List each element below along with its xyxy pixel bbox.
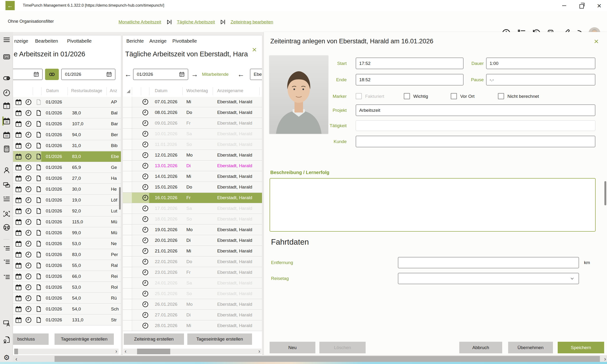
sidebar-item-punch-card[interactable] [3,53,11,61]
monthly-table-row[interactable]: 01/202692,0Lut [13,206,121,216]
sidebar-item-calendar-day[interactable] [3,102,11,110]
tab-pivottabelle[interactable]: Pivottabelle [172,38,197,44]
daily-table-row[interactable]: 23.01.2026FrEberstadt, Harald [123,267,262,278]
checkbox-nicht-berechnet[interactable] [498,93,504,99]
reisetag-dropdown[interactable] [398,273,579,284]
tab-nzeige[interactable]: nzeige [14,38,28,44]
breadcrumb-link[interactable]: Monatliche Arbeitszeit [119,19,161,25]
scrollbar-thumb[interactable] [137,349,170,354]
daily-table-row[interactable]: 11.01.2026SoEberstadt, Harald [123,139,262,150]
sidebar-item-gear[interactable]: ⚙ [3,354,11,362]
column-header-wochentag[interactable]: Wochentag [186,88,208,93]
tageseintraege-erstellen-button[interactable]: Tageseinträge erstellen [187,333,252,345]
kunde-input[interactable] [356,136,595,147]
monatsabschluss-button[interactable]: bschluss [13,333,49,345]
monthly-table-row[interactable]: 01/202694,0Ber [13,129,121,140]
monthly-table-row[interactable]: 01/202638,0Bal [13,107,121,118]
sidebar-item-filter-list[interactable] [3,245,11,253]
sidebar-item-presentation-person[interactable] [3,319,11,327]
daily-table-row[interactable]: 14.01.2026MiEberstadt, Harald [123,171,262,182]
form-close-button[interactable]: × [594,37,599,45]
daily-table-row[interactable]: 17.01.2026SaEberstadt, Harald [123,203,262,214]
tab-pivottabelle[interactable]: Pivottabelle [67,38,92,44]
sidebar-item-bullet-list[interactable] [3,195,11,203]
monthly-table-row[interactable]: 01/202665,9Ge [13,162,121,173]
monthly-table-row[interactable]: 01/202683,0Per [13,249,121,260]
monthly-table-row[interactable]: 01/202653,0Ne [13,238,121,249]
column-header-anzeigename[interactable]: Anz [110,88,117,93]
daily-table-row[interactable]: 13.01.2026DiEberstadt, Harald [123,161,262,171]
sidebar-item-person-scan[interactable] [3,210,11,218]
previous-employee-arrow[interactable]: ← [237,69,245,80]
close-button[interactable]: × [595,1,604,10]
checkbox-fakturiert[interactable] [356,93,362,99]
daily-table-row[interactable]: 18.01.2026SoEberstadt, Harald [123,214,262,224]
monthly-table-row[interactable]: 01/2026115,0Mü [13,216,121,227]
sidebar-item-certificate[interactable] [3,336,11,344]
window-horizontal-scrollbar[interactable]: ‹ › [13,356,607,362]
sidebar-item-filter-list[interactable] [3,273,11,281]
daily-table-row[interactable]: 12.01.2026MoEberstadt, Harald [123,150,262,161]
sidebar-item-calendar-year[interactable] [3,131,11,139]
tageseintraege-erstellen-button[interactable]: Tageseinträge erstellen [55,333,114,345]
monthly-table-row[interactable]: 01/202654,0Rü [13,293,121,304]
breadcrumb-link[interactable]: Zeiteintrag bearbeiten [231,19,273,25]
sidebar-item-globe[interactable] [3,223,11,231]
column-header-resturlaubstage[interactable]: Resturlaubstage [71,88,102,93]
monthly-table-row[interactable]: 01/202666,0Rei [13,271,121,282]
scroll-left-arrow[interactable]: ‹ [125,349,126,354]
neu-button[interactable]: Neu [270,342,315,353]
tab-bearbeiten[interactable]: Bearbeiten [35,38,58,44]
scroll-left-arrow[interactable]: ‹ [15,356,17,362]
sidebar-item-clock[interactable] [3,89,11,97]
checkbox-wichtig[interactable] [404,93,410,99]
monthly-table-row[interactable]: 01/202627,0Ha [13,173,121,184]
panel1-vertical-scrollbar[interactable] [119,187,121,209]
daily-table-row[interactable]: 21.01.2026MiEberstadt, Harald [123,246,262,257]
organisation-filter[interactable]: Ohne Organisationsfilter [8,19,54,24]
loeschen-button[interactable]: Löschen [319,342,366,353]
link-months-button[interactable] [45,69,59,80]
sidebar-item-calendar-month[interactable] [3,117,11,125]
sidebar-item-stamp-clock[interactable] [3,74,11,82]
sort-indicator[interactable] [127,90,130,93]
minimize-button[interactable] [560,1,569,10]
abbruch-button[interactable]: Abbruch [459,342,502,353]
sidebar-item-calculator[interactable] [3,145,11,153]
previous-month-arrow[interactable]: ← [124,69,132,80]
daily-table-row[interactable]: 24.01.2026SaEberstadt, Harald [123,278,262,288]
daily-table-row[interactable]: 08.01.2026DoEberstadt, Harald [123,107,262,118]
scrollbar-thumb[interactable] [14,349,18,354]
back-button[interactable]: ← [5,1,15,10]
column-header-datum[interactable]: Datum [46,88,59,93]
sidebar-item-filter-list[interactable] [3,258,11,266]
monthly-table-row[interactable]: 01/202653,0Rol [13,282,121,293]
scrollbar-thumb[interactable] [55,356,600,362]
sidebar-item-person[interactable] [3,166,11,174]
pause-input[interactable]: -.- [486,74,595,86]
column-header-datum[interactable]: Datum [155,88,167,93]
daily-table-row[interactable]: 20.01.2026DiEberstadt, Harald [123,235,262,246]
checkbox-vor-ort[interactable] [451,93,457,99]
month-picker[interactable]: 01/2026 [61,69,115,80]
zeiteintrag-erstellen-button[interactable]: Zeiteintrag erstellen [124,333,184,345]
next-month-arrow[interactable]: → [191,69,198,80]
daily-table-row[interactable]: 09.01.2026FrEberstadt, Harald [123,118,262,129]
tab-anzeige[interactable]: Anzeige [149,38,166,44]
daily-table-row[interactable]: 25.01.2026SoEberstadt, Harald [123,288,262,299]
form-vertical-scrollbar[interactable] [604,181,606,205]
monthly-table-row[interactable]: 01/202631,0Bib [13,140,121,151]
scroll-right-arrow[interactable]: › [115,349,117,354]
panel2-horizontal-scrollbar[interactable]: ‹ › [123,349,262,354]
speichern-button[interactable]: Speichern [558,342,604,353]
monthly-table-row[interactable]: 01/202683,0Ebe [13,151,121,162]
scroll-right-arrow[interactable]: › [259,349,260,354]
daily-table-row[interactable]: 22.01.2026DoEberstadt, Harald [123,257,262,267]
daily-table-row[interactable]: 19.01.2026MoEberstadt, Harald [123,224,262,235]
daily-table-row[interactable]: 26.01.2026MoEberstadt, Harald [123,299,262,310]
month-picker[interactable]: 01/2026 [133,69,188,80]
sidebar-item-menu[interactable] [3,36,11,44]
panel1-horizontal-scrollbar[interactable]: › [14,349,119,354]
daily-table-row[interactable]: 28.01.2026MiEberstadt, Harald [123,320,262,331]
restore-button[interactable] [577,1,586,10]
